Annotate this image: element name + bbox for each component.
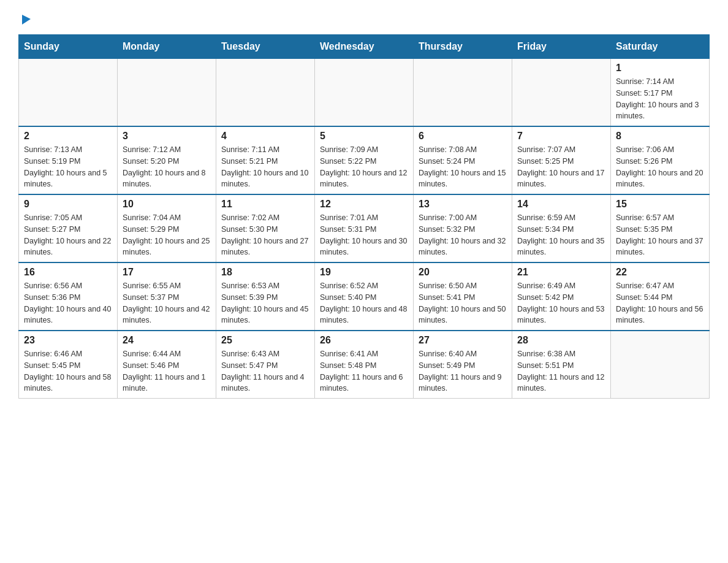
day-number: 5 <box>320 131 408 142</box>
day-info: Sunrise: 7:12 AMSunset: 5:20 PMDaylight:… <box>123 144 211 190</box>
day-info: Sunrise: 6:50 AMSunset: 5:41 PMDaylight:… <box>419 280 507 326</box>
header-saturday: Saturday <box>611 35 710 59</box>
day-number: 9 <box>24 199 112 210</box>
calendar-day-cell: 17Sunrise: 6:55 AMSunset: 5:37 PMDayligh… <box>118 262 216 331</box>
header-wednesday: Wednesday <box>315 35 414 59</box>
day-number: 2 <box>24 131 112 142</box>
day-number: 23 <box>24 335 112 346</box>
calendar-day-cell: 28Sunrise: 6:38 AMSunset: 5:51 PMDayligh… <box>512 331 611 399</box>
calendar-day-cell: 19Sunrise: 6:52 AMSunset: 5:40 PMDayligh… <box>315 262 414 331</box>
calendar-week-row: 1Sunrise: 7:14 AMSunset: 5:17 PMDaylight… <box>19 59 710 127</box>
calendar-day-cell <box>118 59 216 127</box>
day-info: Sunrise: 7:04 AMSunset: 5:29 PMDaylight:… <box>123 212 211 258</box>
day-number: 15 <box>616 199 704 210</box>
calendar-table: Sunday Monday Tuesday Wednesday Thursday… <box>18 34 710 399</box>
calendar-day-cell: 3Sunrise: 7:12 AMSunset: 5:20 PMDaylight… <box>118 126 216 194</box>
day-number: 8 <box>616 131 704 142</box>
day-info: Sunrise: 6:44 AMSunset: 5:46 PMDaylight:… <box>123 348 211 394</box>
logo-arrow-icon <box>20 12 33 26</box>
day-info: Sunrise: 6:57 AMSunset: 5:35 PMDaylight:… <box>616 212 704 258</box>
header-friday: Friday <box>512 35 611 59</box>
day-info: Sunrise: 6:55 AMSunset: 5:37 PMDaylight:… <box>123 280 211 326</box>
day-number: 7 <box>517 131 605 142</box>
day-number: 4 <box>221 131 309 142</box>
day-info: Sunrise: 6:47 AMSunset: 5:44 PMDaylight:… <box>616 280 704 326</box>
calendar-day-cell: 1Sunrise: 7:14 AMSunset: 5:17 PMDaylight… <box>611 59 710 127</box>
day-info: Sunrise: 6:43 AMSunset: 5:47 PMDaylight:… <box>221 348 309 394</box>
day-number: 27 <box>419 335 507 346</box>
calendar-day-cell: 23Sunrise: 6:46 AMSunset: 5:45 PMDayligh… <box>19 331 118 399</box>
header-thursday: Thursday <box>414 35 512 59</box>
calendar-day-cell: 27Sunrise: 6:40 AMSunset: 5:49 PMDayligh… <box>414 331 512 399</box>
day-number: 22 <box>616 267 704 278</box>
calendar-week-row: 16Sunrise: 6:56 AMSunset: 5:36 PMDayligh… <box>19 262 710 331</box>
calendar-day-cell <box>315 59 414 127</box>
day-info: Sunrise: 7:13 AMSunset: 5:19 PMDaylight:… <box>24 144 112 190</box>
calendar-day-cell: 11Sunrise: 7:02 AMSunset: 5:30 PMDayligh… <box>216 194 315 262</box>
day-info: Sunrise: 7:14 AMSunset: 5:17 PMDaylight:… <box>616 76 704 122</box>
header-sunday: Sunday <box>19 35 118 59</box>
day-number: 11 <box>221 199 309 210</box>
calendar-week-row: 23Sunrise: 6:46 AMSunset: 5:45 PMDayligh… <box>19 331 710 399</box>
day-info: Sunrise: 6:52 AMSunset: 5:40 PMDaylight:… <box>320 280 408 326</box>
svg-marker-0 <box>22 15 31 25</box>
day-number: 1 <box>616 63 704 74</box>
day-info: Sunrise: 6:38 AMSunset: 5:51 PMDaylight:… <box>517 348 605 394</box>
day-number: 3 <box>123 131 211 142</box>
page-header <box>18 12 710 28</box>
day-info: Sunrise: 6:40 AMSunset: 5:49 PMDaylight:… <box>419 348 507 394</box>
calendar-day-cell: 20Sunrise: 6:50 AMSunset: 5:41 PMDayligh… <box>414 262 512 331</box>
day-info: Sunrise: 7:08 AMSunset: 5:24 PMDaylight:… <box>419 144 507 190</box>
calendar-day-cell: 18Sunrise: 6:53 AMSunset: 5:39 PMDayligh… <box>216 262 315 331</box>
day-number: 28 <box>517 335 605 346</box>
calendar-week-row: 2Sunrise: 7:13 AMSunset: 5:19 PMDaylight… <box>19 126 710 194</box>
day-info: Sunrise: 7:02 AMSunset: 5:30 PMDaylight:… <box>221 212 309 258</box>
calendar-day-cell: 16Sunrise: 6:56 AMSunset: 5:36 PMDayligh… <box>19 262 118 331</box>
calendar-day-cell: 8Sunrise: 7:06 AMSunset: 5:26 PMDaylight… <box>611 126 710 194</box>
day-info: Sunrise: 6:41 AMSunset: 5:48 PMDaylight:… <box>320 348 408 394</box>
calendar-day-cell <box>216 59 315 127</box>
day-number: 12 <box>320 199 408 210</box>
calendar-day-cell <box>19 59 118 127</box>
day-info: Sunrise: 7:11 AMSunset: 5:21 PMDaylight:… <box>221 144 309 190</box>
calendar-day-cell: 6Sunrise: 7:08 AMSunset: 5:24 PMDaylight… <box>414 126 512 194</box>
day-info: Sunrise: 6:59 AMSunset: 5:34 PMDaylight:… <box>517 212 605 258</box>
day-number: 6 <box>419 131 507 142</box>
calendar-day-cell: 7Sunrise: 7:07 AMSunset: 5:25 PMDaylight… <box>512 126 611 194</box>
day-number: 18 <box>221 267 309 278</box>
logo <box>18 12 33 28</box>
day-info: Sunrise: 7:00 AMSunset: 5:32 PMDaylight:… <box>419 212 507 258</box>
calendar-header-row: Sunday Monday Tuesday Wednesday Thursday… <box>19 35 710 59</box>
calendar-day-cell: 12Sunrise: 7:01 AMSunset: 5:31 PMDayligh… <box>315 194 414 262</box>
calendar-day-cell <box>512 59 611 127</box>
day-number: 17 <box>123 267 211 278</box>
day-number: 26 <box>320 335 408 346</box>
day-number: 21 <box>517 267 605 278</box>
calendar-day-cell: 21Sunrise: 6:49 AMSunset: 5:42 PMDayligh… <box>512 262 611 331</box>
calendar-day-cell: 5Sunrise: 7:09 AMSunset: 5:22 PMDaylight… <box>315 126 414 194</box>
calendar-day-cell: 10Sunrise: 7:04 AMSunset: 5:29 PMDayligh… <box>118 194 216 262</box>
day-info: Sunrise: 7:01 AMSunset: 5:31 PMDaylight:… <box>320 212 408 258</box>
calendar-day-cell: 9Sunrise: 7:05 AMSunset: 5:27 PMDaylight… <box>19 194 118 262</box>
calendar-day-cell: 2Sunrise: 7:13 AMSunset: 5:19 PMDaylight… <box>19 126 118 194</box>
day-number: 19 <box>320 267 408 278</box>
calendar-day-cell: 25Sunrise: 6:43 AMSunset: 5:47 PMDayligh… <box>216 331 315 399</box>
calendar-day-cell: 24Sunrise: 6:44 AMSunset: 5:46 PMDayligh… <box>118 331 216 399</box>
day-info: Sunrise: 7:05 AMSunset: 5:27 PMDaylight:… <box>24 212 112 258</box>
calendar-day-cell: 13Sunrise: 7:00 AMSunset: 5:32 PMDayligh… <box>414 194 512 262</box>
calendar-day-cell <box>414 59 512 127</box>
day-number: 24 <box>123 335 211 346</box>
day-number: 16 <box>24 267 112 278</box>
day-info: Sunrise: 6:46 AMSunset: 5:45 PMDaylight:… <box>24 348 112 394</box>
day-info: Sunrise: 7:07 AMSunset: 5:25 PMDaylight:… <box>517 144 605 190</box>
day-number: 13 <box>419 199 507 210</box>
calendar-day-cell <box>611 331 710 399</box>
header-monday: Monday <box>118 35 216 59</box>
day-info: Sunrise: 6:49 AMSunset: 5:42 PMDaylight:… <box>517 280 605 326</box>
day-info: Sunrise: 6:56 AMSunset: 5:36 PMDaylight:… <box>24 280 112 326</box>
day-info: Sunrise: 6:53 AMSunset: 5:39 PMDaylight:… <box>221 280 309 326</box>
header-tuesday: Tuesday <box>216 35 315 59</box>
day-number: 14 <box>517 199 605 210</box>
calendar-day-cell: 26Sunrise: 6:41 AMSunset: 5:48 PMDayligh… <box>315 331 414 399</box>
calendar-day-cell: 22Sunrise: 6:47 AMSunset: 5:44 PMDayligh… <box>611 262 710 331</box>
